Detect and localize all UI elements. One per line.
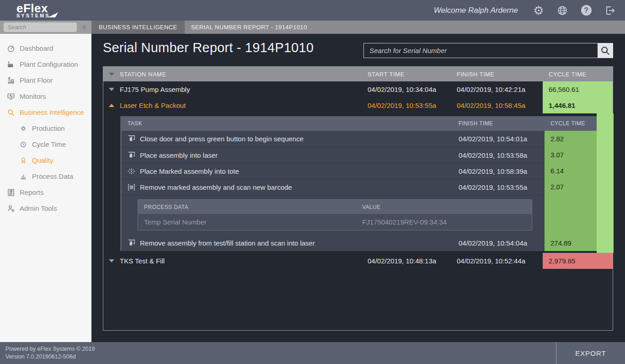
process-data-value-header: VALUE xyxy=(362,204,532,210)
station-row-tks[interactable]: TKS Test & Fill 04/02/2019, 10:48:13a 04… xyxy=(103,253,613,269)
bar-chart-icon xyxy=(18,172,28,181)
report-doc-icon xyxy=(6,188,16,197)
station-start-time: 04/02/2019, 10:34:04a xyxy=(368,86,457,93)
sidebar-item-label: Process Data xyxy=(32,172,73,180)
task-name: Remove assembly from test/fill station a… xyxy=(140,239,459,247)
task-cycle-time: 6.14 xyxy=(545,163,598,179)
task-cycle-time: 2.82 xyxy=(545,131,598,147)
page-title: Serial Number Report - 1914P1010 xyxy=(103,40,314,55)
process-data-row: Temp Serial Number FJ175040219REV-09:34:… xyxy=(138,214,532,230)
push-button-icon xyxy=(127,239,136,247)
sidebar-item-plant-floor[interactable]: Plant Floor xyxy=(0,72,91,88)
report-header-row: STATION NAME START TIME FINISH TIME CYCL… xyxy=(103,67,613,81)
task-finish-time: 04/02/2019, 10:58:39a xyxy=(459,167,545,175)
station-finish-time: 04/02/2019, 10:42:21a xyxy=(457,86,543,93)
task-header: TASK xyxy=(122,120,459,127)
sidebar-item-label: Cycle Time xyxy=(32,140,66,148)
globe-icon[interactable] xyxy=(556,5,568,16)
sidebar-item-business-intelligence[interactable]: Business Intelligence xyxy=(0,104,91,120)
start-time-header: START TIME xyxy=(368,71,457,78)
task-table: TASK FINISH TIME CYCLE TIME Close door a… xyxy=(120,116,598,251)
station-cycle-band xyxy=(597,113,614,253)
task-row: Place assembly into laser 04/02/2019, 10… xyxy=(122,147,598,163)
station-name-header: STATION NAME xyxy=(120,71,368,78)
process-data-header: PROCESS DATA xyxy=(138,204,362,210)
sidebar-item-cycle-time[interactable]: Cycle Time xyxy=(0,136,91,152)
station-row-laser-etch[interactable]: Laser Etch & Packout 04/02/2019, 10:53:5… xyxy=(103,97,613,113)
serial-search-input[interactable] xyxy=(363,43,598,58)
sidebar-item-label: Reports xyxy=(20,188,44,196)
station-start-time: 04/02/2019, 10:53:55a xyxy=(368,102,457,109)
header-actions: Welcome Ralph Arderne ⚙ ? xyxy=(434,5,616,16)
sidebar-collapse-icon[interactable] xyxy=(81,24,85,31)
sidebar-search-input[interactable] xyxy=(4,22,77,32)
task-name: Place assembly into laser xyxy=(140,151,459,159)
station-name: FJ175 Pump Assembly xyxy=(120,86,368,93)
barcode-scan-icon xyxy=(127,183,136,192)
task-finish-time: 04/02/2019, 10:54:04a xyxy=(459,239,545,247)
task-row: Place Marked assembly into tote 04/02/20… xyxy=(122,163,598,179)
sidebar-nav: Dashboard Plant Configuration Plant Floo… xyxy=(0,34,91,342)
task-cycle-time: 2.07 xyxy=(545,179,598,195)
task-name: Remove marked assembly and scan new barc… xyxy=(140,183,459,191)
sort-caret-icon[interactable] xyxy=(109,73,114,76)
push-button-icon xyxy=(127,134,136,143)
medal-icon xyxy=(18,156,28,165)
help-icon[interactable]: ? xyxy=(580,5,592,16)
sidebar-item-production[interactable]: Production xyxy=(0,120,91,136)
station-start-time: 04/02/2019, 10:48:13a xyxy=(368,257,457,265)
station-finish-time: 04/02/2019, 10:58:45a xyxy=(457,102,543,109)
process-data-name: Temp Serial Number xyxy=(138,218,362,226)
gauge-icon xyxy=(6,44,16,53)
station-name: TKS Test & Fill xyxy=(120,257,368,265)
sidebar-item-label: Production xyxy=(32,124,65,132)
cycle-time-header: CYCLE TIME xyxy=(543,71,613,78)
sidebar-item-label: Monitors xyxy=(20,92,46,100)
sidebar-item-label: Dashboard xyxy=(20,44,53,52)
gear-icon xyxy=(18,124,28,133)
sidebar-item-dashboard[interactable]: Dashboard xyxy=(0,40,91,56)
monitor-pulse-icon xyxy=(6,92,16,101)
task-name: Close door and press green button to beg… xyxy=(140,135,459,143)
sidebar-item-monitors[interactable]: Monitors xyxy=(0,88,91,104)
report-panel: STATION NAME START TIME FINISH TIME CYCL… xyxy=(103,66,613,331)
task-row: Close door and press green button to beg… xyxy=(122,131,598,147)
tab-business-intelligence[interactable]: BUSINESS INTELLIGENCE xyxy=(91,21,185,34)
station-cycle-time: 1,446.81 xyxy=(543,97,613,113)
task-finish-time: 04/02/2019, 10:54:01a xyxy=(459,135,545,143)
sidebar-item-label: Plant Floor xyxy=(20,76,53,84)
task-table-header: TASK FINISH TIME CYCLE TIME xyxy=(122,116,598,131)
tab-serial-number-report[interactable]: SERIAL NUMBER REPORT - 1914P1010 xyxy=(185,21,625,34)
logout-icon[interactable] xyxy=(604,5,616,16)
task-table-body: Close door and press green button to beg… xyxy=(122,131,598,251)
search-button[interactable] xyxy=(598,43,613,58)
export-button[interactable]: EXPORT xyxy=(556,342,625,364)
station-finish-time: 04/02/2019, 10:52:44a xyxy=(457,257,543,265)
task-name: Place Marked assembly into tote xyxy=(140,167,459,175)
powered-by-text: Powered by eFlex Systems © 2019 xyxy=(5,345,95,353)
sidebar-item-admin-tools[interactable]: Admin Tools xyxy=(0,200,91,216)
sidebar-item-label: Quality xyxy=(32,156,53,164)
task-row: Remove assembly from test/fill station a… xyxy=(122,235,598,251)
expand-caret-icon[interactable] xyxy=(109,259,114,262)
expand-caret-icon[interactable] xyxy=(109,88,114,91)
user-gear-icon xyxy=(6,204,16,213)
sidebar-item-quality[interactable]: Quality xyxy=(0,152,91,168)
sidebar-item-reports[interactable]: Reports xyxy=(0,184,91,200)
logo-subtext: SYSTEMS xyxy=(16,13,50,18)
gear-icon[interactable]: ⚙ xyxy=(533,5,545,16)
collapse-caret-icon[interactable] xyxy=(109,104,114,107)
sidebar-item-plant-configuration[interactable]: Plant Configuration xyxy=(0,56,91,72)
task-finish-time: 04/02/2019, 10:53:58a xyxy=(459,151,545,159)
push-button-icon xyxy=(127,151,136,160)
sidebar-item-process-data[interactable]: Process Data xyxy=(0,168,91,184)
clock-icon xyxy=(18,140,28,149)
serial-search xyxy=(363,43,613,58)
station-name: Laser Etch & Packout xyxy=(120,102,368,109)
station-row-fj175[interactable]: FJ175 Pump Assembly 04/02/2019, 10:34:04… xyxy=(103,81,613,97)
task-row: Remove marked assembly and scan new barc… xyxy=(122,179,598,195)
welcome-text: Welcome Ralph Arderne xyxy=(434,6,518,15)
task-cycle-time: 3.07 xyxy=(545,147,598,163)
app-logo: eFlex SYSTEMS xyxy=(16,2,50,18)
station-cycle-time: 66,560.61 xyxy=(543,81,613,97)
